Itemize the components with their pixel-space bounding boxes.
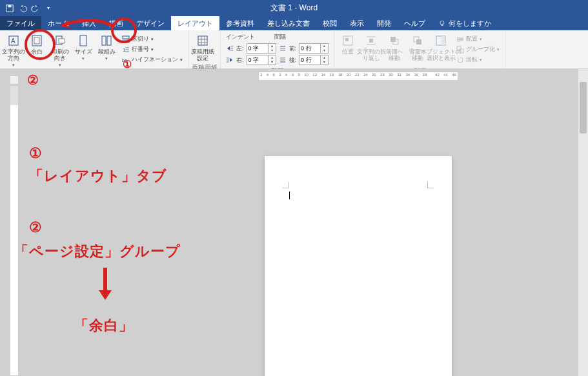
vertical-ruler[interactable] <box>10 85 19 376</box>
lightbulb-icon <box>438 19 446 27</box>
margins-button[interactable]: 余白 ▾ <box>26 33 48 63</box>
breaks-icon <box>122 35 130 43</box>
columns-icon <box>100 34 113 47</box>
qat-dropdown-icon[interactable]: ▾ <box>44 4 53 13</box>
indent-right-spinner[interactable]: ▴▾ <box>247 55 276 65</box>
ribbon-tabs: ファイル ホーム 挿入 描画 デザイン レイアウト 参考資料 差し込み文書 校閲… <box>0 16 588 30</box>
chevron-down-icon: ▾ <box>82 56 85 61</box>
svg-rect-47 <box>441 36 445 45</box>
group-objects-button: グループ化▾ <box>454 45 502 54</box>
spacing-after-label: 後: <box>289 56 297 64</box>
bring-forward-icon <box>388 34 401 47</box>
tab-insert[interactable]: 挿入 <box>76 16 103 30</box>
indent-right-label: 右: <box>236 56 244 64</box>
document-title: 文書 1 - Word <box>270 3 318 14</box>
redo-icon[interactable] <box>31 4 40 13</box>
breaks-button[interactable]: 区切り▾ <box>120 34 185 44</box>
document-workspace: 2462468101214161820222426283032343638424… <box>0 69 588 376</box>
columns-button[interactable]: 段組み ▾ <box>96 33 117 63</box>
size-button[interactable]: サイズ ▾ <box>72 33 94 63</box>
svg-rect-13 <box>123 36 129 39</box>
text-direction-button[interactable]: A 文字列の 方向 ▾ <box>3 33 25 69</box>
hyphenation-icon: bc <box>122 56 130 64</box>
svg-rect-11 <box>102 36 106 45</box>
spacing-before-input[interactable] <box>299 43 321 54</box>
spacing-before-icon <box>279 45 287 52</box>
manuscript-icon <box>196 34 209 47</box>
undo-icon[interactable] <box>18 4 27 13</box>
rotate-button: 回転▾ <box>454 55 502 64</box>
indent-right-input[interactable] <box>247 55 269 65</box>
position-icon <box>341 34 354 47</box>
spacing-after-spinner[interactable]: ▴▾ <box>299 55 329 65</box>
svg-text:A: A <box>11 37 15 45</box>
manuscript-settings-button[interactable]: 原稿用紙 設定 <box>192 33 214 63</box>
spacing-before-spinner[interactable]: ▴▾ <box>299 43 329 54</box>
orientation-icon <box>54 34 66 47</box>
tab-references[interactable]: 参考資料 <box>219 16 261 30</box>
ruler-marks: 2462468101214161820222426283032343638424… <box>259 73 458 77</box>
hyphenation-button[interactable]: bc ハイフネーション▾ <box>120 55 185 64</box>
title-bar: ▾ 文書 1 - Word <box>0 0 588 16</box>
tab-view[interactable]: 表示 <box>343 16 370 30</box>
tab-draw[interactable]: 描画 <box>103 16 130 30</box>
tab-file[interactable]: ファイル <box>0 16 41 30</box>
indent-right-icon <box>226 56 234 64</box>
indent-left-label: 左: <box>236 45 244 53</box>
svg-rect-39 <box>369 39 373 43</box>
line-numbers-icon: 1 <box>122 46 130 54</box>
selection-pane-icon <box>434 34 447 47</box>
horizontal-ruler[interactable]: 2462468101214161820222426283032343638424… <box>258 72 458 81</box>
tab-review[interactable]: 校閲 <box>316 16 343 30</box>
group-paragraph: インデント 間隔 左: ▴▾ 前: ▴▾ 右: ▴▾ 後: ▴▾ 段落 ⇲ <box>221 30 334 68</box>
group-icon <box>456 46 464 54</box>
indent-left-spinner[interactable]: ▴▾ <box>247 43 276 54</box>
tab-design[interactable]: デザイン <box>130 16 171 30</box>
save-icon[interactable] <box>5 4 14 13</box>
spinner-up-icon[interactable]: ▴ <box>321 55 328 60</box>
svg-rect-52 <box>460 49 463 53</box>
position-button: 位置 <box>337 33 359 56</box>
spinner-down-icon[interactable]: ▾ <box>321 60 328 64</box>
orientation-button[interactable]: 印刷の 向き ▾ <box>49 33 71 69</box>
spacing-after-icon <box>279 56 287 64</box>
size-icon <box>77 34 90 47</box>
line-numbers-button[interactable]: 1 行番号▾ <box>120 45 185 54</box>
tab-help[interactable]: ヘルプ <box>398 16 432 30</box>
spinner-up-icon[interactable]: ▴ <box>269 55 276 60</box>
margins-icon <box>30 34 43 47</box>
tab-layout[interactable]: レイアウト <box>171 16 219 30</box>
svg-rect-51 <box>457 46 461 50</box>
svg-rect-7 <box>34 37 39 44</box>
chevron-down-icon: ▾ <box>105 56 108 61</box>
spacing-header: 間隔 <box>274 33 286 42</box>
tab-home[interactable]: ホーム <box>41 16 76 30</box>
group-page-setup: A 文字列の 方向 ▾ 余白 ▾ 印刷の 向き ▾ サイズ ▾ 段組み <box>0 30 189 68</box>
chevron-down-icon: ▾ <box>59 63 61 68</box>
quick-access-toolbar: ▾ <box>0 4 58 13</box>
document-page[interactable] <box>265 156 452 376</box>
spinner-down-icon[interactable]: ▾ <box>321 48 328 53</box>
spacing-after-input[interactable] <box>299 55 321 65</box>
group-manuscript: 原稿用紙 設定 原稿用紙 <box>189 30 221 68</box>
chevron-down-icon: ▾ <box>12 63 15 68</box>
text-direction-icon: A <box>7 34 20 47</box>
spinner-down-icon[interactable]: ▾ <box>269 48 276 53</box>
tab-developer[interactable]: 開発 <box>370 16 398 30</box>
selection-pane-button[interactable]: オブジェクトの 選択と表示 <box>430 33 452 63</box>
tell-me-search[interactable]: 何をしますか <box>432 16 498 30</box>
indent-left-input[interactable] <box>247 43 269 54</box>
tab-mailings[interactable]: 差し込み文書 <box>261 16 316 30</box>
send-backward-icon <box>411 34 424 47</box>
margin-mark-icon <box>283 182 289 188</box>
spinner-up-icon[interactable]: ▴ <box>321 44 328 48</box>
ruler-corner <box>10 75 19 84</box>
scrollbar-thumb[interactable] <box>580 82 587 134</box>
tell-me-label: 何をしますか <box>449 19 491 28</box>
spinner-up-icon[interactable]: ▴ <box>269 44 276 48</box>
vertical-scrollbar[interactable] <box>578 69 588 376</box>
align-button[interactable]: 配置▾ <box>454 34 502 44</box>
text-cursor <box>289 192 290 199</box>
chevron-down-icon: ▾ <box>35 56 38 61</box>
spinner-down-icon[interactable]: ▾ <box>269 60 276 64</box>
